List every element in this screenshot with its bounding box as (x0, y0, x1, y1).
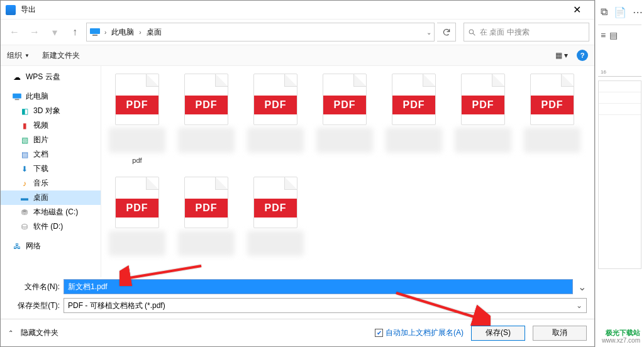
help-button[interactable]: ? (577, 50, 588, 61)
svg-rect-0 (90, 28, 100, 34)
crumb-sep-icon: › (104, 29, 106, 36)
tree-disk-c[interactable]: ⛃本地磁盘 (C:) (1, 205, 101, 219)
filetype-label: 保存类型(T): (8, 300, 60, 311)
tree-downloads[interactable]: ⬇下载 (1, 162, 101, 176)
file-item[interactable]: PDF (242, 174, 309, 275)
tree-desktop[interactable]: ▬桌面 (1, 190, 101, 205)
up-button[interactable]: ↑ (66, 23, 84, 41)
auto-extension-checkbox[interactable]: ✔ 自动加上文档扩展名(A) (375, 328, 464, 338)
file-label (109, 128, 165, 153)
filetype-row: 保存类型(T): PDF - 可移植文档格式 (*.pdf)⌄ (1, 296, 594, 315)
hide-folders-button[interactable]: 隐藏文件夹 (21, 328, 58, 338)
crumb-pc[interactable]: 此电脑 (110, 26, 135, 39)
file-item[interactable]: PDF pdf (104, 71, 170, 172)
pdf-file-icon: PDF (253, 177, 297, 228)
crumb-desktop[interactable]: 桌面 (145, 26, 163, 39)
tree-documents[interactable]: ▤文档 (1, 147, 101, 162)
forward-button[interactable]: → (26, 23, 43, 41)
file-name: pdf (132, 157, 142, 164)
tree-pictures[interactable]: ▧图片 (1, 133, 101, 147)
pdf-file-icon: PDF (184, 74, 228, 125)
background-app-panel: ⧉ 📄 ⋯ ≡ ▤ 16 (595, 0, 644, 347)
recent-button[interactable]: ▾ (46, 23, 64, 41)
tree-3d-objects[interactable]: ◧3D 对象 (1, 104, 101, 118)
document-area (598, 80, 641, 269)
tree-this-pc[interactable]: 此电脑 (1, 89, 101, 104)
address-bar[interactable]: › 此电脑 › 桌面 ⌄ (86, 23, 435, 41)
video-icon: ▮ (19, 121, 30, 131)
more-icon[interactable]: ⋯ (633, 6, 643, 18)
picture-icon: ▧ (19, 135, 30, 145)
filename-input[interactable]: 新文档1.pdf (64, 279, 573, 294)
file-item[interactable]: PDF (450, 71, 516, 172)
pdf-file-icon: PDF (530, 74, 574, 125)
titlebar: 导出 ✕ (1, 1, 594, 19)
back-button[interactable]: ← (6, 23, 23, 41)
filename-dropdown-icon[interactable]: ⌄ (577, 281, 587, 293)
export-dialog: 导出 ✕ ← → ▾ ↑ › 此电脑 › 桌面 ⌄ 在 桌面 中搜索 组织 ▼ … (0, 0, 595, 347)
file-label (386, 128, 442, 153)
nav-tree: ☁WPS 云盘 此电脑 ◧3D 对象 ▮视频 ▧图片 ▤文档 ⬇下载 ♪音乐 ▬… (1, 66, 101, 277)
window-title: 导出 (21, 4, 564, 15)
checkbox-icon: ✔ (375, 329, 383, 337)
pdf-file-icon: PDF (115, 177, 159, 228)
file-item[interactable]: PDF (104, 174, 170, 275)
tree-videos[interactable]: ▮视频 (1, 118, 101, 133)
cancel-button[interactable]: 取消 (533, 326, 587, 341)
watermark: 极光下载站 www.xz7.com (602, 329, 640, 344)
file-item[interactable]: PDF (242, 71, 309, 172)
file-item[interactable]: PDF (311, 71, 378, 172)
file-item[interactable]: PDF (173, 174, 240, 275)
file-label (316, 128, 373, 153)
svg-rect-4 (13, 93, 21, 98)
organize-button[interactable]: 组织 ▼ (7, 50, 30, 61)
search-icon (468, 28, 476, 36)
pdf-file-icon: PDF (461, 74, 505, 125)
columns-icon[interactable]: ▤ (609, 30, 618, 40)
bottom-bar: ⌃ 隐藏文件夹 ✔ 自动加上文档扩展名(A) 保存(S) 取消 (1, 319, 594, 346)
file-label (178, 231, 235, 256)
address-dropdown-icon[interactable]: ⌄ (426, 29, 431, 36)
file-item[interactable]: PDF (519, 71, 586, 172)
expand-icon[interactable]: ⌃ (8, 329, 13, 336)
tree-network[interactable]: 🖧网络 (1, 239, 101, 253)
network-icon: 🖧 (12, 241, 22, 251)
tree-music[interactable]: ♪音乐 (1, 176, 101, 190)
file-label (247, 128, 304, 153)
save-button[interactable]: 保存(S) (471, 326, 525, 341)
align-icon[interactable]: ≡ (601, 30, 606, 40)
file-label (109, 231, 165, 256)
filename-label: 文件名(N): (8, 282, 60, 292)
copy-icon[interactable]: ⧉ (601, 6, 608, 18)
paste-icon[interactable]: 📄 (614, 6, 626, 18)
svg-rect-1 (92, 35, 97, 36)
view-button[interactable]: ▦ ▾ (555, 51, 568, 60)
crumb-sep-icon: › (139, 29, 141, 36)
svg-point-2 (469, 30, 474, 34)
body: ☁WPS 云盘 此电脑 ◧3D 对象 ▮视频 ▧图片 ▤文档 ⬇下载 ♪音乐 ▬… (1, 66, 594, 277)
close-button[interactable]: ✕ (564, 1, 589, 19)
watermark-url: www.xz7.com (602, 337, 640, 344)
file-area[interactable]: PDF pdf PDF PDF PDF PDF PDF PDF PDF PDF … (101, 66, 594, 277)
ruler: 16 (598, 69, 641, 77)
search-input[interactable]: 在 桌面 中搜索 (464, 23, 589, 41)
file-item[interactable]: PDF (173, 71, 240, 172)
app-icon (6, 5, 16, 15)
pdf-file-icon: PDF (253, 74, 297, 125)
file-label (455, 128, 511, 153)
filetype-select[interactable]: PDF - 可移植文档格式 (*.pdf)⌄ (64, 298, 587, 313)
refresh-icon (442, 28, 451, 36)
music-icon: ♪ (19, 179, 30, 189)
file-item[interactable]: PDF (380, 71, 447, 172)
filename-row: 文件名(N): 新文档1.pdf ⌄ (1, 277, 594, 296)
file-label (247, 231, 304, 256)
refresh-button[interactable] (437, 23, 456, 41)
svg-line-3 (473, 33, 475, 35)
tree-disk-d[interactable]: ⛁软件 (D:) (1, 219, 101, 234)
tree-wps-cloud[interactable]: ☁WPS 云盘 (1, 70, 101, 84)
drive-icon: ⛃ (19, 207, 30, 218)
auto-extension-label: 自动加上文档扩展名(A) (386, 328, 464, 338)
file-label (178, 128, 235, 153)
new-folder-button[interactable]: 新建文件夹 (42, 50, 80, 61)
drive-icon: ⛁ (19, 222, 30, 232)
